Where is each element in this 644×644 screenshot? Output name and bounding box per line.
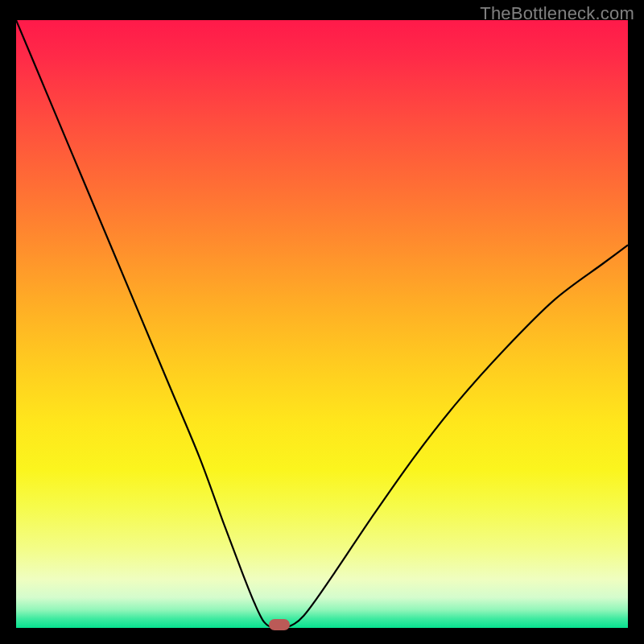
plot-area: [16, 20, 628, 628]
optimal-point-marker: [269, 619, 290, 630]
bottleneck-curve: [16, 20, 628, 628]
watermark-text: TheBottleneck.com: [480, 3, 634, 24]
curve-line: [16, 20, 628, 628]
chart-frame: TheBottleneck.com: [0, 0, 644, 644]
